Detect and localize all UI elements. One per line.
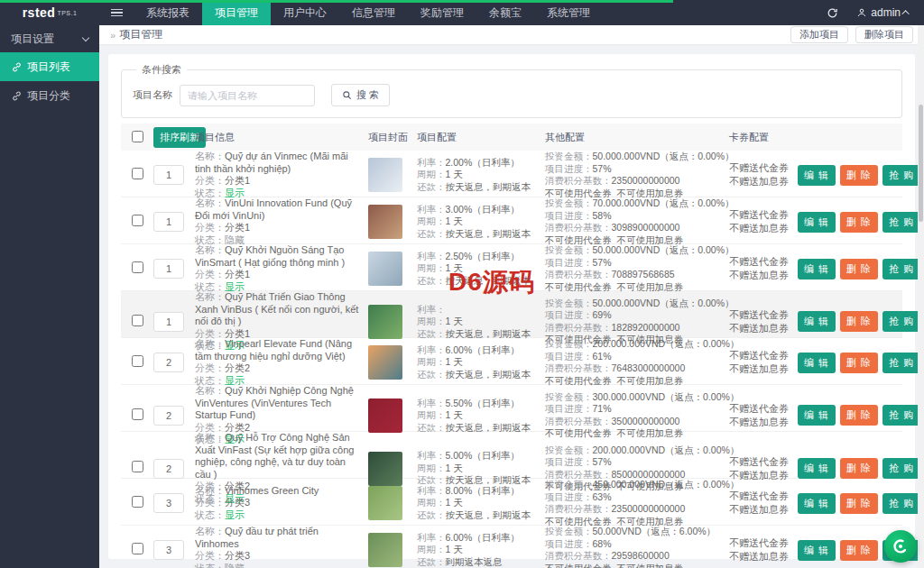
sort-order-input[interactable]: [153, 312, 184, 332]
project-period: 1 天: [446, 262, 463, 273]
rebate-note: （返点：0.00%）: [660, 197, 734, 208]
project-category: 分类3: [225, 550, 250, 561]
row-checkbox[interactable]: [132, 543, 143, 554]
nav-item-yuebao[interactable]: 余额宝: [476, 0, 534, 25]
rush-buy-button[interactable]: 抢 购: [882, 458, 920, 479]
nav-item-projects[interactable]: 项目管理: [202, 0, 271, 25]
edit-button[interactable]: 编 辑: [798, 540, 836, 561]
no-gift-voucher-text: 不赠送代金券: [729, 162, 789, 173]
rush-buy-button[interactable]: 抢 购: [882, 165, 920, 186]
invest-amount: 50.000.000VND: [593, 151, 661, 161]
customer-service-button[interactable]: [884, 530, 917, 563]
rate-label: 利率：: [417, 251, 446, 261]
delete-project-button[interactable]: 删除项目: [855, 26, 913, 43]
no-interest-coupon-text: 不可使用加息券: [617, 516, 684, 527]
rush-buy-button[interactable]: 抢 购: [882, 405, 920, 426]
delete-button[interactable]: 删 除: [840, 540, 878, 561]
sort-order-input[interactable]: [153, 353, 184, 372]
search-button[interactable]: 搜 索: [331, 84, 390, 106]
edit-button[interactable]: 编 辑: [798, 405, 836, 426]
name-label: 名称：: [195, 197, 225, 208]
edit-button[interactable]: 编 辑: [798, 353, 836, 373]
delete-button[interactable]: 删 除: [840, 405, 878, 426]
delete-button[interactable]: 删 除: [840, 212, 878, 233]
points-base: 2350000000000: [612, 175, 680, 186]
name-label: 名称：: [195, 244, 225, 255]
nav-item-info[interactable]: 信息管理: [339, 0, 408, 25]
delete-button[interactable]: 删 除: [840, 311, 878, 332]
vertical-scrollbar[interactable]: [918, 25, 924, 568]
row-checkbox[interactable]: [132, 408, 143, 420]
add-project-button[interactable]: 添加项目: [790, 26, 848, 43]
edit-button[interactable]: 编 辑: [798, 212, 836, 233]
breadcrumb-bar: » 项目管理 添加项目 删除项目: [99, 25, 924, 45]
project-cover-image: [368, 252, 402, 286]
sidebar-group-project-settings[interactable]: 项目设置: [0, 25, 99, 52]
no-gift-interest-text: 不赠送加息券: [729, 176, 789, 187]
sort-order-input[interactable]: [153, 406, 184, 426]
category-label: 分类：: [195, 362, 225, 373]
delete-button[interactable]: 删 除: [840, 458, 878, 479]
sort-order-input[interactable]: [153, 212, 184, 232]
project-rate: 8.00%: [446, 485, 473, 496]
table-row: 名称：VinUni Innovation Fund (Quỹ Đổi mới V…: [121, 197, 902, 244]
name-label: 名称：: [195, 485, 225, 496]
points-label: 消费积分基数：: [545, 175, 612, 186]
row-checkbox[interactable]: [132, 315, 143, 326]
points-label: 消费积分基数：: [545, 322, 612, 333]
user-menu[interactable]: admin: [856, 6, 910, 19]
repay-label: 还款：: [417, 275, 446, 286]
name-label: 名称：: [195, 338, 225, 349]
delete-button[interactable]: 删 除: [840, 165, 878, 186]
rush-buy-button[interactable]: 抢 购: [882, 212, 920, 233]
refresh-icon[interactable]: [827, 7, 838, 19]
nav-item-rewards[interactable]: 奖励管理: [408, 0, 476, 25]
nav-item-system[interactable]: 系统管理: [534, 0, 603, 25]
rush-buy-button[interactable]: 抢 购: [882, 493, 920, 514]
rush-buy-button[interactable]: 抢 购: [882, 311, 920, 332]
rush-buy-button[interactable]: 抢 购: [882, 259, 920, 279]
row-checkbox[interactable]: [132, 355, 143, 367]
delete-button[interactable]: 删 除: [840, 353, 878, 373]
edit-button[interactable]: 编 辑: [798, 165, 836, 186]
delete-button[interactable]: 删 除: [840, 259, 878, 279]
nav-item-users[interactable]: 用户中心: [271, 0, 339, 25]
sidebar: 项目设置 项目列表 项目分类: [0, 25, 99, 568]
rush-buy-button[interactable]: 抢 购: [882, 353, 920, 373]
project-rate: 3.00%: [446, 204, 473, 215]
rate-note: （日利率）: [472, 204, 520, 215]
edit-button[interactable]: 编 辑: [798, 458, 836, 479]
project-cover-image: [368, 533, 402, 567]
sort-order-input[interactable]: [153, 459, 184, 479]
repay-label: 还款：: [417, 556, 446, 567]
project-name-input[interactable]: [180, 85, 315, 106]
edit-button[interactable]: 编 辑: [798, 311, 836, 332]
sidebar-item-project-list[interactable]: 项目列表: [0, 52, 99, 81]
rate-note: （日利率）: [472, 157, 520, 168]
menu-collapse-icon[interactable]: [99, 0, 134, 25]
select-all-checkbox[interactable]: [132, 131, 143, 142]
edit-button[interactable]: 编 辑: [798, 259, 836, 279]
edit-button[interactable]: 编 辑: [798, 493, 836, 514]
amount-label: 投资金额：: [545, 338, 593, 349]
sort-order-input[interactable]: [153, 493, 184, 513]
scrollbar-thumb[interactable]: [919, 105, 923, 222]
nav-item-reports[interactable]: 系统报表: [134, 0, 202, 25]
row-checkbox[interactable]: [132, 261, 143, 273]
sort-order-input[interactable]: [153, 540, 184, 560]
no-gift-voucher-text: 不赠送代金券: [729, 456, 789, 467]
repay-mode: 按天返息，到期返本: [446, 228, 531, 239]
period-label: 周期：: [417, 316, 446, 326]
sidebar-item-project-category[interactable]: 项目分类: [0, 81, 99, 110]
delete-button[interactable]: 删 除: [840, 493, 878, 514]
row-checkbox[interactable]: [132, 461, 143, 472]
sort-order-input[interactable]: [153, 259, 184, 279]
row-checkbox[interactable]: [132, 496, 143, 508]
row-checkbox[interactable]: [132, 168, 143, 179]
row-checkbox[interactable]: [132, 215, 143, 226]
no-gift-voucher-text: 不赠送代金券: [729, 350, 789, 361]
no-voucher-text: 不可使用代金券: [545, 188, 612, 198]
table-row: 名称：Quỹ đầu tư phát triển Vinhomes 分类：分类3…: [121, 526, 902, 568]
sort-order-input[interactable]: [153, 165, 184, 185]
no-voucher-text: 不可使用代金券: [545, 281, 612, 292]
